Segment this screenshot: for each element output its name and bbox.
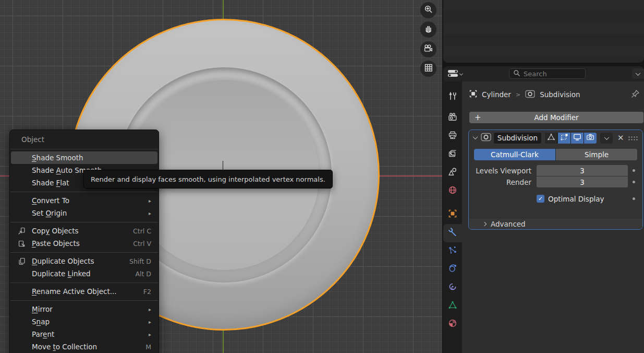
tab-render[interactable]	[443, 109, 462, 127]
search-icon	[513, 69, 520, 78]
search-placeholder: Search	[524, 70, 547, 78]
header-options-button[interactable]	[632, 68, 644, 79]
menu-item-shortcut: Shift D	[129, 257, 151, 265]
object-icon	[448, 209, 457, 220]
menu-item-duplicate-objects[interactable]: Duplicate ObjectsShift D	[11, 255, 157, 267]
breadcrumb: Cylinder > Subdivision	[469, 87, 640, 102]
properties-editor-icon	[447, 69, 458, 79]
menu-item-convert-to[interactable]: Convert To▸	[11, 194, 157, 207]
editor-type-button[interactable]	[447, 69, 463, 79]
ortho-grid-gizmo[interactable]	[420, 61, 436, 77]
menu-item-shade-smooth[interactable]: Shade Smooth	[11, 151, 157, 164]
chevron-down-icon	[604, 135, 609, 140]
tab-constraints[interactable]	[443, 278, 462, 297]
edit-mode-display-toggle[interactable]	[558, 133, 570, 144]
modifier-extras-button[interactable]	[600, 133, 613, 144]
close-icon[interactable]: ✕	[617, 133, 624, 143]
tab-scene[interactable]	[443, 163, 462, 182]
menu-item-shortcut: Ctrl V	[133, 240, 151, 248]
edit-mode-cage-toggle[interactable]	[545, 133, 557, 144]
copy-icon	[11, 227, 32, 235]
menu-item-label: Set Origin	[32, 209, 149, 217]
levels-viewport-field[interactable]: 3	[537, 165, 628, 176]
menu-item-duplicate-linked[interactable]: Duplicate LinkedAlt D	[11, 267, 157, 280]
animate-dot[interactable]	[633, 181, 635, 183]
modifier-name-field[interactable]: Subdivision	[494, 133, 541, 144]
menu-item-label: Convert To	[32, 196, 149, 205]
object-icon	[469, 90, 477, 99]
search-input[interactable]: Search	[509, 68, 586, 79]
menu-item-shortcut: Alt D	[135, 270, 151, 278]
modifiers-icon	[448, 228, 457, 239]
menu-item-label: Paste Objects	[32, 239, 133, 248]
magnifier-plus-icon	[424, 5, 433, 16]
animate-dot[interactable]	[633, 169, 635, 172]
right-column: Search Cylinder > Subdivision + Add Modi…	[442, 0, 644, 353]
hand-icon	[424, 24, 433, 36]
tab-output[interactable]	[443, 127, 462, 145]
menu-item-mirror[interactable]: Mirror▸	[11, 303, 157, 315]
render-display-toggle[interactable]	[584, 133, 597, 144]
advanced-section-header[interactable]: Advanced	[469, 218, 642, 229]
outliner-editor[interactable]	[443, 0, 644, 63]
add-modifier-button[interactable]: + Add Modifier	[469, 112, 643, 123]
physics-icon	[448, 264, 457, 275]
menu-item-shortcut: F2	[143, 288, 151, 296]
particles-icon	[448, 245, 457, 257]
menu-item-label: Shade Smooth	[32, 154, 151, 162]
tab-world[interactable]	[443, 182, 462, 200]
menu-item-set-origin[interactable]: Set Origin▸	[11, 207, 157, 219]
tab-view-layer[interactable]	[443, 145, 462, 163]
render-icon	[448, 112, 457, 124]
menu-item-label: Move to Collection	[32, 343, 145, 351]
pin-icon[interactable]	[631, 89, 640, 100]
tab-material[interactable]	[443, 315, 462, 333]
material-icon	[448, 319, 457, 330]
menu-item-paste-objects[interactable]: Paste ObjectsCtrl V	[11, 237, 157, 250]
menu-item-label: Rename Active Object...	[32, 287, 143, 296]
menu-item-parent[interactable]: Parent▸	[11, 328, 157, 340]
object-context-menu: Object Shade SmoothShade Auto SmoothShad…	[9, 130, 159, 353]
output-icon	[448, 131, 457, 142]
camera-view-gizmo[interactable]	[420, 41, 436, 57]
tab-object-data[interactable]	[443, 297, 462, 315]
tab-modifiers[interactable]	[443, 224, 462, 242]
breadcrumb-object[interactable]: Cylinder	[482, 90, 511, 99]
render-levels-field[interactable]: 3	[537, 176, 628, 187]
realtime-display-toggle[interactable]	[571, 133, 584, 144]
submenu-arrow-icon: ▸	[149, 332, 151, 337]
shade-smooth-tooltip: Render and display faces smooth, using i…	[83, 170, 333, 189]
edit-mode-cage-toggle-icon	[547, 133, 555, 143]
menu-item-label: Duplicate Objects	[32, 257, 129, 265]
duplicate-icon	[11, 257, 32, 265]
panel-expand-icon[interactable]	[473, 134, 478, 139]
render-levels-label: Render	[469, 178, 537, 186]
animate-dot[interactable]	[633, 197, 635, 200]
modifier-panel-header: Subdivision ✕	[469, 130, 642, 146]
breadcrumb-separator: >	[516, 91, 520, 98]
scene-icon	[448, 167, 457, 179]
menu-separator	[10, 192, 158, 192]
drag-handle-icon[interactable]	[628, 136, 638, 140]
pan-gizmo[interactable]	[420, 21, 436, 38]
simple-button[interactable]: Simple	[556, 149, 637, 160]
optimal-display-checkbox[interactable]: ✓	[537, 195, 544, 203]
catmull-clark-button[interactable]: Catmull-Clark	[474, 149, 555, 160]
breadcrumb-modifier[interactable]: Subdivision	[540, 90, 580, 99]
tab-tool[interactable]	[443, 88, 462, 106]
menu-item-move-to-collection[interactable]: Move to CollectionM	[11, 340, 157, 353]
render-display-toggle-icon	[586, 133, 594, 143]
menu-item-copy-objects[interactable]: Copy ObjectsCtrl C	[11, 225, 157, 237]
menu-item-snap[interactable]: Snap▸	[11, 315, 157, 328]
modifier-display-toggles	[545, 133, 597, 144]
menu-item-rename-active-object[interactable]: Rename Active Object...F2	[11, 285, 157, 298]
tab-object[interactable]	[443, 205, 462, 223]
modifier-icon	[525, 90, 535, 100]
levels-viewport-label: Levels Viewport	[469, 167, 537, 175]
tab-physics[interactable]	[443, 260, 462, 278]
menu-item-shortcut: Ctrl C	[133, 227, 151, 235]
tab-particles[interactable]	[443, 242, 462, 260]
add-modifier-label: Add Modifier	[534, 113, 578, 122]
submenu-arrow-icon: ▸	[149, 198, 151, 204]
zoom-gizmo[interactable]	[420, 2, 436, 18]
